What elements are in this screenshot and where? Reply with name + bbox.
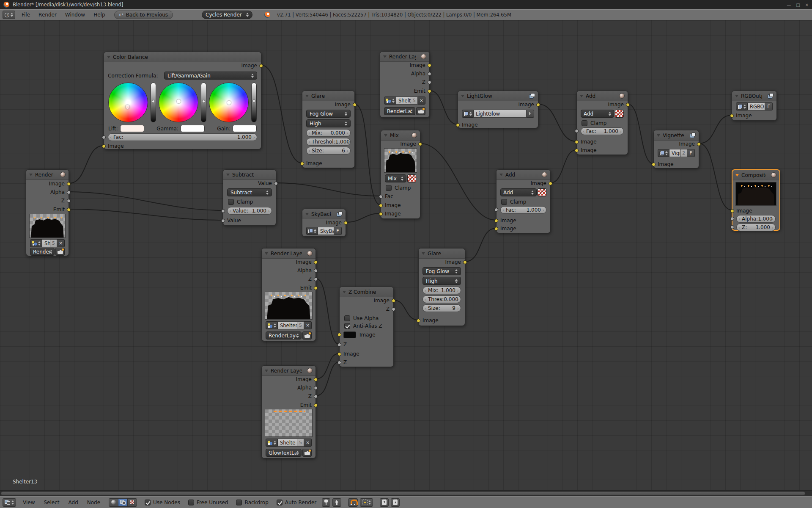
node-header[interactable]: Glare	[302, 91, 354, 101]
fake-user-button[interactable]: F	[527, 110, 534, 118]
collapse-icon[interactable]	[226, 174, 230, 176]
collapse-icon[interactable]	[499, 174, 503, 176]
gain-swatch[interactable]	[233, 125, 257, 132]
quality-select[interactable]: High	[422, 277, 461, 285]
shader-nodes-toggle[interactable]	[109, 498, 118, 507]
socket-alpha-out[interactable]	[314, 386, 318, 390]
collapse-icon[interactable]	[305, 213, 309, 215]
group-users-count[interactable]: 2	[680, 149, 687, 157]
socket-image-out[interactable]	[344, 221, 348, 225]
image1-color-field[interactable]	[343, 331, 356, 338]
minimize-button[interactable]: —	[787, 3, 791, 7]
socket-fac-in[interactable]	[494, 208, 498, 212]
correction-formula-select[interactable]: Lift/Gamma/Gain	[164, 72, 257, 80]
socket-image-in[interactable]	[652, 163, 656, 166]
socket-image2-in[interactable]	[337, 352, 341, 356]
maximize-button[interactable]: □	[796, 3, 800, 7]
socket-alpha-out[interactable]	[67, 190, 71, 194]
unlink-button[interactable]: ×	[304, 321, 312, 329]
socket-image-in[interactable]	[730, 209, 734, 213]
collapse-icon[interactable]	[107, 56, 110, 58]
use-nodes-toggle[interactable]: Use Nodes	[145, 500, 180, 505]
socket-image-in[interactable]	[417, 319, 420, 323]
node-header[interactable]: Vignette	[654, 130, 699, 141]
socket-value1-in[interactable]	[221, 209, 225, 213]
threshold-slider[interactable]: Threshol:1.000	[306, 138, 351, 146]
clamp-checkbox[interactable]	[386, 185, 392, 191]
blend-mode-select[interactable]: Add	[581, 110, 614, 118]
collapse-icon[interactable]	[461, 95, 464, 97]
socket-alpha-out[interactable]	[428, 72, 431, 76]
socket-fac-in[interactable]	[379, 195, 383, 199]
fac-slider[interactable]: Fac:1.000	[108, 133, 257, 141]
blend-mode-select[interactable]: Add	[500, 188, 537, 196]
scene-browse-button[interactable]	[266, 439, 278, 447]
close-button[interactable]: ×	[805, 3, 809, 7]
scene-browse-button[interactable]	[266, 321, 278, 329]
collapse-icon[interactable]	[657, 134, 660, 137]
socket-z-out[interactable]	[314, 277, 318, 281]
scene-browse-button[interactable]	[384, 97, 396, 105]
glare-type-select[interactable]: Fog Glow	[306, 110, 351, 118]
fac-slider[interactable]: Fac:1.000	[500, 206, 546, 214]
socket-image-out[interactable]	[314, 378, 318, 381]
node-lightglow[interactable]: LightGlow Image LightGlow F Image	[458, 91, 538, 128]
socket-image-out[interactable]	[353, 103, 357, 107]
fac-slider[interactable]: Fac:1.000	[581, 127, 624, 135]
socket-z-out[interactable]	[67, 199, 71, 203]
lift-value-slider[interactable]	[151, 83, 156, 122]
node-mix[interactable]: Mix Image Mix Clamp Fac Image Image	[381, 130, 420, 219]
snap-mode-select[interactable]	[360, 498, 373, 507]
socket-image1-in[interactable]	[379, 204, 383, 207]
use-nodes-checkbox[interactable]	[145, 500, 151, 505]
anti-alias-z-checkbox[interactable]	[344, 323, 350, 329]
node-header[interactable]: Glare	[419, 248, 465, 259]
back-to-previous-button[interactable]: ↩ Back to Previous	[114, 11, 173, 19]
fake-user-button[interactable]: F	[765, 102, 773, 110]
node-glare-bottom[interactable]: Glare Image Fog Glow High Mix:1.000 Thre…	[418, 248, 465, 326]
socket-z-out[interactable]	[314, 395, 318, 398]
backdrop-toggle[interactable]: Backdrop	[236, 500, 268, 505]
socket-image-out[interactable]	[418, 142, 422, 146]
collapse-icon[interactable]	[343, 291, 346, 293]
clamp-checkbox[interactable]	[582, 120, 587, 126]
socket-image-out[interactable]	[67, 182, 71, 186]
fake-user-button[interactable]: F	[334, 227, 342, 235]
group-name-field[interactable]: SkyBa	[318, 227, 334, 235]
socket-image1-in[interactable]	[575, 140, 579, 144]
gamma-color-wheel[interactable]	[159, 83, 198, 122]
node-color-balance[interactable]: Color Balance Image Correction Formula: …	[104, 52, 261, 149]
backdrop-checkbox[interactable]	[236, 500, 242, 505]
socket-emit-out[interactable]	[67, 208, 71, 212]
menu-render[interactable]: Render	[35, 11, 60, 19]
socket-emit-out[interactable]	[428, 89, 431, 93]
socket-image-in[interactable]	[730, 114, 734, 118]
node-sky-background[interactable]: SkyBackgr... Image SkyBa F	[302, 209, 346, 237]
gain-value-slider[interactable]	[251, 83, 257, 122]
operation-select[interactable]: Subtract	[227, 188, 272, 196]
menu-view[interactable]: View	[19, 499, 38, 506]
snap-toggle-button[interactable]	[348, 498, 358, 507]
group-browse-button[interactable]	[462, 110, 474, 118]
socket-image-in[interactable]	[300, 162, 304, 166]
menu-window[interactable]: Window	[61, 11, 89, 19]
socket-image-in[interactable]	[456, 123, 460, 127]
menu-help[interactable]: Help	[90, 11, 109, 19]
go-to-parent-button[interactable]	[332, 498, 341, 507]
node-render-layers-mid[interactable]: Render Layers Image Alpha Z Emit Shelter…	[261, 248, 316, 341]
gamma-swatch[interactable]	[181, 125, 205, 132]
node-add-mid[interactable]: Add Image Add Clamp Fac:1.000 Image Imag…	[496, 169, 551, 233]
group-name-field[interactable]: Vign	[669, 149, 680, 157]
node-subtract[interactable]: Subtract Value Subtract Clamp Value:1.00…	[223, 169, 276, 226]
copy-nodes-button[interactable]	[380, 498, 389, 507]
node-header[interactable]: Color Balance	[104, 52, 261, 62]
collapse-icon[interactable]	[383, 55, 387, 58]
quality-select[interactable]: High	[306, 119, 351, 127]
layer-select[interactable]: RenderLa	[30, 248, 55, 256]
texture-nodes-toggle[interactable]	[127, 498, 137, 507]
mix-slider[interactable]: Mix:0.000	[306, 129, 351, 137]
group-browse-button[interactable]	[306, 227, 318, 235]
socket-alpha-in[interactable]	[730, 217, 734, 221]
scene-users-count[interactable]: 5	[411, 97, 418, 105]
render-layer-button[interactable]	[302, 449, 312, 457]
